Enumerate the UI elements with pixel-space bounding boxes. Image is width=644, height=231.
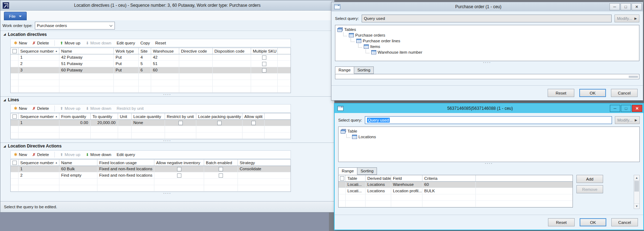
select-all-checkbox[interactable]	[12, 161, 17, 165]
vertical-scrollbar[interactable]: ▲ ▼	[634, 175, 640, 209]
restrict-by-unit-checkbox[interactable]	[179, 121, 183, 125]
table-row[interactable]: 251 PutawayPut551	[11, 61, 291, 67]
add-button[interactable]: Add	[576, 175, 603, 183]
cancel-button[interactable]: Cancel	[611, 89, 638, 97]
select-query-input[interactable]: Query used	[362, 15, 612, 22]
remove-button[interactable]: Remove	[576, 185, 603, 193]
splitter-handle[interactable]: ····	[0, 192, 334, 195]
splitter-handle[interactable]: ····	[0, 93, 334, 96]
col-field[interactable]: Field	[391, 175, 422, 181]
col-name[interactable]: Name	[59, 160, 97, 166]
table-row-selected[interactable]: 160 BulkFixed and non-fixed locationsCon…	[11, 166, 291, 172]
new-button[interactable]: ✱New	[14, 41, 27, 45]
main-title-bar[interactable]: Location directives (1 - ceu) - Sequence…	[0, 0, 334, 11]
maximize-button[interactable]: □	[621, 105, 631, 112]
splitter-handle[interactable]: ····	[331, 61, 643, 64]
tab-sorting[interactable]: Sorting	[354, 66, 374, 74]
delete-button[interactable]: ✗Delete	[32, 41, 49, 45]
scroll-up-arrow[interactable]: ▲	[634, 175, 639, 181]
move-down-button[interactable]: ⬇Move down	[86, 41, 111, 45]
minimize-button[interactable]: ─	[610, 3, 620, 10]
col-directive-code[interactable]: Directive code	[179, 48, 213, 54]
tab-range[interactable]: Range	[338, 167, 357, 175]
delete-button[interactable]: ✗Delete	[32, 152, 49, 157]
col-to-quantity[interactable]: To quantity	[91, 113, 118, 119]
col-allow-negative-inventory[interactable]: Allow negative inventory	[154, 160, 204, 166]
scrollbar-thumb[interactable]	[634, 181, 639, 192]
tree-item-purchase-orders[interactable]: Purchase orders	[343, 32, 639, 38]
reset-button[interactable]: Reset	[155, 41, 166, 45]
edit-query-button[interactable]: Edit query	[117, 41, 135, 45]
table-row-selected[interactable]: 360 PutawayPut660	[11, 67, 291, 74]
dialog-title-bar[interactable]: Purchase order (1 - ceu) ─ □ ✕	[331, 2, 643, 11]
section-lines[interactable]: ◢ Lines	[0, 96, 334, 103]
select-all-checkbox[interactable]	[12, 114, 17, 119]
tree-item-purchase-order-lines[interactable]: Purchase order lines	[351, 38, 639, 44]
close-button[interactable]: ✕	[632, 105, 642, 112]
allow-negative-checkbox[interactable]	[177, 173, 181, 178]
locate-packing-checkbox[interactable]	[217, 121, 222, 125]
move-down-button[interactable]: ⬇Move down	[86, 152, 111, 157]
maximize-button[interactable]: □	[621, 3, 631, 10]
move-up-button[interactable]: ⬆Move up	[60, 41, 80, 45]
minimize-button[interactable]: ─	[610, 105, 620, 112]
section-location-directive-actions[interactable]: ◢ Location Directive Actions	[0, 143, 334, 149]
new-button[interactable]: ✱New	[14, 152, 27, 157]
dialog-title-bar[interactable]: 5637146085|5637146088 (1 - ceu) ─ □ ✕	[335, 104, 643, 113]
tree-item-locations[interactable]: Locations	[346, 134, 639, 140]
col-derived-table[interactable]: Derived table	[366, 175, 391, 181]
batch-enabled-checkbox[interactable]	[219, 167, 223, 171]
col-locate-packing-quantity[interactable]: Locate packing quantity	[196, 113, 243, 119]
delete-button[interactable]: ✗Delete	[32, 106, 49, 111]
col-allow-split[interactable]: Allow split	[243, 113, 265, 119]
multiple-sku-checkbox[interactable]	[262, 68, 266, 72]
col-strategy[interactable]: Strategy	[238, 160, 291, 166]
ok-button[interactable]: OK	[580, 218, 606, 226]
move-up-button[interactable]: ⬆Move up	[60, 152, 80, 157]
multiple-sku-checkbox[interactable]	[262, 55, 266, 60]
col-unit[interactable]: Unit	[118, 113, 132, 119]
col-locate-quantity[interactable]: Locate quantity	[132, 113, 165, 119]
section-location-directives[interactable]: ◢ Location directives	[0, 31, 334, 38]
col-warehouse[interactable]: Warehouse	[151, 48, 179, 54]
new-button[interactable]: ✱New	[14, 106, 27, 111]
col-from-quantity[interactable]: From quantity	[59, 113, 91, 119]
col-sequence-number[interactable]: Sequence number▲	[18, 113, 59, 119]
select-all-checkbox[interactable]	[12, 49, 17, 53]
modify-button[interactable]: Modify...▶	[615, 116, 640, 124]
select-all-checkbox[interactable]	[340, 176, 344, 181]
col-restrict-by-unit[interactable]: Restrict by unit	[165, 113, 196, 119]
splitter-handle[interactable]: ····	[0, 139, 334, 143]
table-row-selected[interactable]: Locati...LocationsWarehouse60	[339, 182, 573, 188]
table-row[interactable]: 142 PutawayPut442	[11, 54, 291, 61]
tree-item-items[interactable]: Items	[358, 44, 639, 49]
col-criteria[interactable]: Criteria	[422, 175, 476, 181]
tree-item-tables[interactable]: Tables	[337, 27, 639, 32]
close-button[interactable]: ✕	[632, 3, 642, 10]
tree-item-table[interactable]: Table	[341, 128, 639, 134]
file-menu-button[interactable]: File	[4, 12, 27, 20]
col-site[interactable]: Site	[139, 48, 151, 54]
col-sequence-number[interactable]: Sequence number▲	[18, 160, 59, 166]
table-row[interactable]: Locati...LocationsLocation profil...BULK	[339, 188, 573, 194]
col-name[interactable]: Name	[59, 48, 114, 54]
col-disposition-code[interactable]: Disposition code	[213, 48, 251, 54]
table-row-selected[interactable]: 10.0020,000.00None	[11, 120, 291, 126]
horizontal-scrollbar[interactable]	[629, 76, 638, 78]
allow-split-checkbox[interactable]	[251, 121, 256, 125]
ok-button[interactable]: OK	[579, 89, 606, 97]
reset-button[interactable]: Reset	[548, 89, 574, 97]
tab-sorting[interactable]: Sorting	[357, 167, 377, 175]
col-work-type[interactable]: Work type	[114, 48, 139, 54]
tree-item-warehouse-item-number[interactable]: Warehouse item number	[366, 49, 639, 55]
batch-enabled-checkbox[interactable]	[219, 173, 223, 178]
allow-negative-checkbox[interactable]	[177, 167, 181, 171]
tab-range[interactable]: Range	[335, 66, 354, 74]
col-table[interactable]: Table	[346, 175, 366, 181]
multiple-sku-checkbox[interactable]	[262, 62, 266, 66]
col-sequence-number[interactable]: Sequence number▲	[18, 48, 59, 54]
col-fixed-location-usage[interactable]: Fixed location usage	[97, 160, 154, 166]
table-row[interactable]: 2Find emptyFixed and non-fixed locations	[11, 172, 291, 179]
modify-button[interactable]: Modify...▶	[614, 15, 639, 22]
col-batch-enabled[interactable]: Batch enabled	[204, 160, 238, 166]
